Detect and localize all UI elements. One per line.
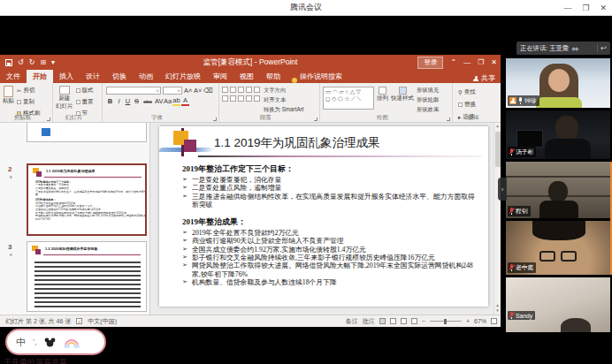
save-icon[interactable] (5, 59, 12, 66)
tab-help[interactable]: 帮助 (260, 70, 287, 83)
shape-fill-button[interactable]: 形状填充 (417, 87, 439, 95)
indent-icon[interactable] (246, 87, 252, 93)
cut-button[interactable]: ✂剪切 (17, 86, 41, 95)
fit-to-window-icon[interactable] (491, 318, 497, 324)
reset-button[interactable]: 重置 (76, 97, 94, 107)
ppt-minimize-button[interactable]: — (463, 58, 470, 66)
tab-file[interactable]: 文件 (0, 70, 27, 83)
tab-design[interactable]: 设计 (80, 70, 106, 83)
participant-tile-2[interactable]: 汤子彬 (506, 110, 610, 159)
numbering-icon[interactable] (230, 87, 236, 93)
text-direction-button[interactable]: 文字方向 (264, 87, 303, 95)
align-left-icon[interactable] (222, 95, 228, 102)
scrollbar-thumb[interactable] (495, 132, 501, 167)
layout-button[interactable]: 版式 (76, 86, 94, 95)
tab-home[interactable]: 开始 (27, 70, 53, 83)
drawing-dialog-launcher[interactable] (447, 118, 450, 121)
scroll-up-arrow[interactable]: ▴ (494, 123, 501, 128)
strike-button[interactable]: S (133, 97, 141, 105)
font-size-combo[interactable]: ˅ (163, 87, 182, 95)
share-button[interactable]: 共享 (473, 73, 501, 83)
char-spacing-button[interactable]: AV (155, 97, 163, 105)
collapse-rail-handle[interactable]: › (498, 178, 507, 201)
zoom-slider-thumb[interactable] (444, 319, 447, 324)
return-to-meeting-icon[interactable]: ↩ (601, 44, 607, 52)
underline-button[interactable]: U (124, 97, 132, 105)
grow-font-button[interactable]: A˄ (184, 87, 192, 95)
ppt-restore-button[interactable]: ❐ (478, 58, 484, 66)
qat-dropdown-icon[interactable]: ▾ (51, 59, 55, 66)
clipboard-dialog-launcher[interactable] (47, 118, 50, 121)
highlight-button[interactable]: ab (172, 96, 180, 106)
columns-icon[interactable] (254, 95, 260, 102)
rainbow-icon[interactable] (63, 337, 80, 348)
tab-view[interactable]: 视图 (233, 70, 260, 83)
tab-transitions[interactable]: 切换 (106, 70, 133, 83)
mickey-icon[interactable] (44, 337, 56, 347)
find-button[interactable]: ⚲查找 (458, 87, 501, 97)
paragraph-dialog-launcher[interactable] (314, 118, 317, 121)
bullets-icon[interactable] (222, 87, 228, 93)
font-dialog-launcher[interactable] (213, 118, 217, 121)
reading-view-icon[interactable] (401, 318, 407, 324)
tab-review[interactable]: 审阅 (207, 70, 233, 83)
quick-styles-button[interactable]: 快速样式 (391, 87, 414, 102)
zoom-out-button[interactable]: − (422, 318, 425, 324)
ime-punctuation-indicator[interactable]: ’, (33, 337, 37, 346)
slide-sorter-view-icon[interactable] (390, 318, 396, 324)
thumbnail-slide-1[interactable] (27, 123, 147, 142)
slideshow-icon[interactable]: ⊞ (40, 59, 46, 66)
tab-insert[interactable]: 插入 (53, 70, 80, 83)
redo-icon[interactable]: ↻ (29, 59, 35, 66)
participant-tile-3[interactable]: 程钊 (506, 162, 610, 218)
login-button[interactable]: 登录 (417, 57, 443, 69)
clear-format-button[interactable]: ⌫ (203, 87, 211, 95)
align-center-icon[interactable] (230, 95, 236, 102)
ime-toolbar[interactable]: 中 ’, (5, 329, 106, 355)
copy-button[interactable]: 复制 (17, 97, 41, 107)
arrange-button[interactable]: 排列 (377, 87, 388, 102)
font-color-button[interactable]: A (181, 96, 189, 106)
tellme-search[interactable]: 操作说明搜索 (300, 70, 348, 83)
ribbon-display-icon[interactable]: ⌃ (450, 58, 456, 66)
change-case-button[interactable]: Aa (164, 97, 172, 105)
language-status[interactable]: 中文(中国) (88, 317, 117, 326)
notes-button[interactable]: 备注 (346, 317, 358, 326)
shape-outline-button[interactable]: 形状轮廓 (417, 96, 439, 104)
align-right-icon[interactable] (238, 95, 244, 102)
thumbnail-slide-3[interactable]: 1.2 2020年如何继续补齐监管短板 (27, 241, 147, 312)
justify-icon[interactable] (246, 95, 252, 102)
zoom-level[interactable]: 67% (474, 318, 486, 324)
slide-canvas[interactable]: 1.1 2019年为巩固乱象治理成果 2019年整治工作定下三个目标： 一是查处… (159, 126, 488, 307)
strikethrough-button[interactable]: abc (142, 99, 154, 104)
maximize-button[interactable]: ❐ (582, 4, 589, 12)
align-text-button[interactable]: 对齐文本 (264, 96, 303, 104)
ime-mode-indicator[interactable]: 中 (16, 336, 26, 349)
zoom-slider[interactable] (430, 321, 462, 322)
replace-button[interactable]: 替换 (458, 100, 501, 110)
minimize-button[interactable]: — (563, 4, 571, 12)
undo-icon[interactable]: ↺ (18, 59, 24, 66)
ppt-close-button[interactable]: ✕ (491, 58, 497, 66)
shrink-font-button[interactable]: A˅ (194, 87, 202, 95)
tab-animations[interactable]: 动画 (133, 70, 159, 83)
participant-tile-5[interactable]: Sandy (506, 277, 610, 332)
shapes-gallery[interactable]: ▭ ◠ ▱ ○ △ ▽ ◻ ◇ ⬡ ☆ ⟋ ⟍ (323, 87, 374, 110)
smartart-button[interactable]: 转换为 SmartArt (264, 106, 303, 114)
spellcheck-icon[interactable]: ✓ (76, 318, 82, 324)
italic-button[interactable]: I (115, 97, 123, 105)
comments-button[interactable]: 批注 (363, 317, 375, 326)
thumbnail-slide-2-selected[interactable]: 1.1 2019年为巩固乱象治理成果 2019年整治工作定下三个目标： 一是查处… (27, 163, 147, 236)
font-name-combo[interactable]: ˅ (106, 87, 161, 95)
participant-tile-4[interactable]: 老中庭 (506, 221, 610, 275)
shape-effects-button[interactable]: 形状效果 (417, 106, 439, 114)
tab-slideshow[interactable]: 幻灯片放映 (159, 70, 207, 83)
normal-view-icon[interactable] (379, 318, 386, 324)
editor-vertical-scrollbar[interactable]: ▴ ▴▾ (493, 123, 501, 315)
zoom-in-button[interactable]: + (466, 318, 470, 324)
slideshow-view-icon[interactable] (411, 318, 417, 324)
close-button[interactable]: ✕ (600, 4, 607, 12)
line-spacing-icon[interactable] (254, 87, 260, 93)
participant-tile-1[interactable]: 钟珍 (506, 58, 610, 108)
bold-button[interactable]: B (106, 97, 114, 105)
